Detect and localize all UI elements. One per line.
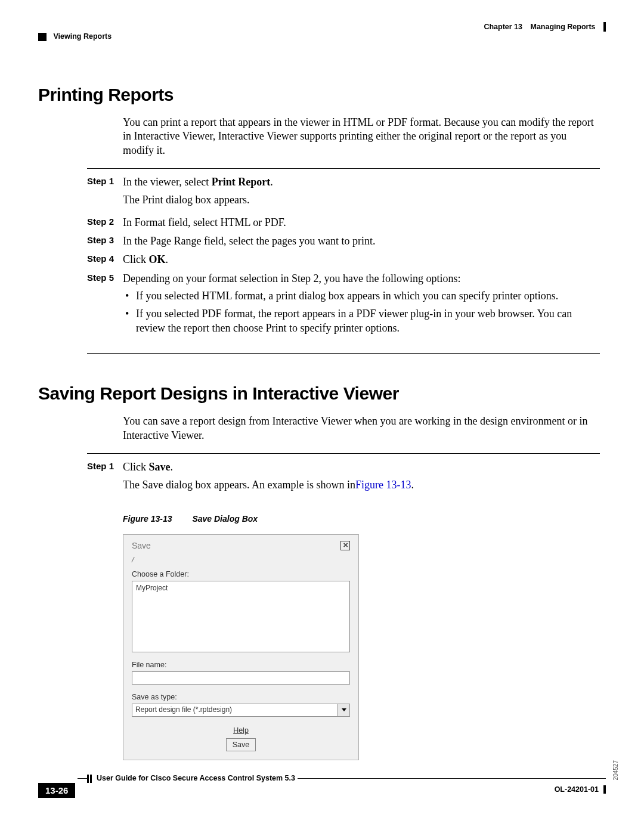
step-content: Click OK. [123,252,600,267]
figure-image: Save ✕ / Choose a Folder: MyProject File… [123,534,606,760]
step-content: Click Save. The Save dialog box appears.… [123,460,600,496]
step-content: In the viewer, select Print Report. The … [123,175,600,211]
folder-listbox[interactable]: MyProject [132,581,350,652]
step-label: Step 1 [87,460,123,496]
footer-doc-number: OL-24201-01 [555,785,606,794]
footer-doc-title: User Guide for Cisco Secure Access Contr… [87,774,298,783]
header-pipe-icon [603,22,606,32]
step-content: In Format field, select HTML or PDF. [123,215,600,230]
page-header: Chapter 13 Managing Reports Viewing Repo… [38,23,606,47]
figure-title: Save Dialog Box [192,514,258,524]
filename-label: File name: [132,661,350,669]
figure-caption: Figure 13-13 Save Dialog Box [123,514,606,524]
heading-saving-reports: Saving Report Designs in Interactive Vie… [38,383,606,404]
folder-item[interactable]: MyProject [136,584,346,592]
step-row: Step 3 In the Page Range field, select t… [87,234,600,248]
help-link[interactable]: Help [132,726,350,735]
step-row: Step 5 Depending on your format selectio… [87,271,600,339]
figure-link[interactable]: Figure 13-13 [355,479,411,491]
filename-input[interactable] [132,671,350,685]
folder-label: Choose a Folder: [132,570,350,578]
save-button[interactable]: Save [226,738,256,751]
list-item: If you selected HTML format, a print dia… [123,289,600,303]
step-row: Step 4 Click OK. [87,252,600,267]
step-label: Step 4 [87,252,123,267]
chapter-title: Managing Reports [530,23,595,31]
header-left: Viewing Reports [38,32,112,41]
chevron-down-icon[interactable] [338,704,350,717]
save-dialog: Save ✕ / Choose a Folder: MyProject File… [123,534,359,760]
saveas-select[interactable]: Report design file (*.rptdesign) [132,704,350,717]
header-square-icon [38,33,47,41]
footer-page-number: 13-26 [38,783,75,798]
intro-saving: You can save a report design from Intera… [123,414,600,442]
steps-printing: Step 1 In the viewer, select Print Repor… [87,168,600,354]
steps-saving: Step 1 Click Save. The Save dialog box a… [87,453,600,496]
list-item: If you selected PDF format, the report a… [123,307,600,335]
page-footer: User Guide for Cisco Secure Access Contr… [38,778,606,808]
step-label: Step 2 [87,215,123,230]
saveas-value: Report design file (*.rptdesign) [132,704,338,717]
step-content: In the Page Range field, select the page… [123,234,600,248]
step-label: Step 3 [87,234,123,248]
figure-number: Figure 13-13 [123,514,172,524]
dialog-path: / [132,555,350,564]
step-label: Step 1 [87,175,123,211]
saveas-label: Save as type: [132,693,350,701]
figure-sidecode: 204527 [612,760,619,780]
step-content: Depending on your format selection in St… [123,271,600,339]
section-breadcrumb: Viewing Reports [53,32,112,41]
step-label: Step 5 [87,271,123,339]
step-row: Step 2 In Format field, select HTML or P… [87,215,600,230]
close-icon[interactable]: ✕ [340,541,350,550]
step5-bullets: If you selected HTML format, a print dia… [123,289,600,335]
footer-pipe-icon [603,785,606,794]
chapter-number: Chapter 13 [484,23,522,31]
dialog-title: Save [132,541,151,550]
intro-printing: You can print a report that appears in t… [123,116,600,157]
header-right: Chapter 13 Managing Reports [484,23,606,32]
step-row: Step 1 Click Save. The Save dialog box a… [87,460,600,496]
heading-printing-reports: Printing Reports [38,85,606,105]
footer-pipe-icon [87,774,93,783]
step-row: Step 1 In the viewer, select Print Repor… [87,175,600,211]
